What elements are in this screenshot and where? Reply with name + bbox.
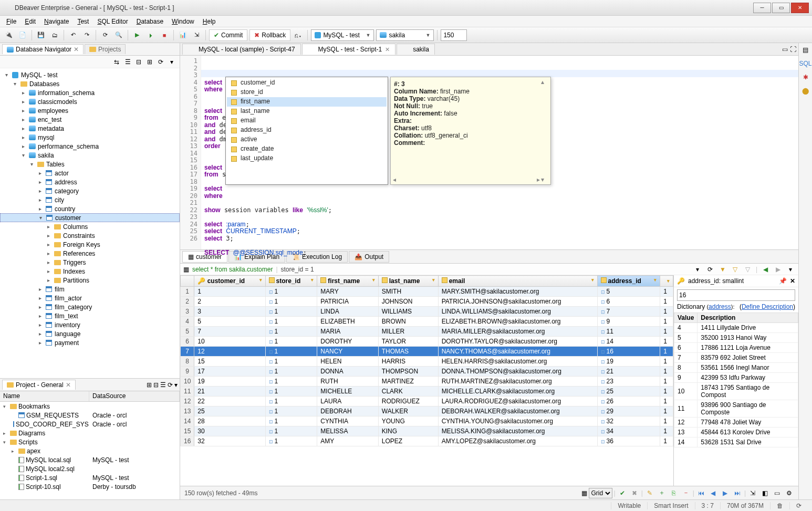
- link-icon[interactable]: ⇆: [112, 57, 121, 67]
- tree-node-databases[interactable]: ▾Databases: [0, 79, 180, 88]
- delete-row-icon[interactable]: －: [681, 488, 691, 498]
- menu-navigate[interactable]: Navigate: [41, 17, 72, 26]
- autocomplete-item[interactable]: customer_id: [227, 78, 387, 88]
- tree-node-metadata[interactable]: ▸metadata: [0, 124, 180, 133]
- outline-icon[interactable]: ▤: [801, 45, 810, 55]
- dict-col-value[interactable]: Value: [674, 313, 698, 323]
- tree-node-film-text[interactable]: ▸film_text: [0, 311, 180, 320]
- export-icon[interactable]: ⇲: [747, 488, 758, 498]
- define-description-link[interactable]: Define Description: [742, 303, 793, 310]
- column-header-store_id[interactable]: store_id ▾: [265, 276, 317, 287]
- project-row-apex[interactable]: ▸apex: [0, 446, 180, 455]
- data-row[interactable]: 1325⊡1DEBORAHWALKERDEBORAH.WALKER@sakila…: [181, 406, 673, 416]
- column-header-customer_id[interactable]: 🔑 customer_id ▾: [194, 276, 265, 287]
- filter-yellow-icon[interactable]: ▼: [718, 265, 727, 274]
- schema-combo[interactable]: sakila▼: [376, 29, 434, 41]
- data-row[interactable]: 22⊡1PATRICIAJOHNSONPATRICIA.JOHNSON@saki…: [181, 297, 673, 307]
- search-icon[interactable]: 🔍: [113, 29, 124, 41]
- data-row[interactable]: 1019⊡1RUTHMARTINEZRUTH.MARTINEZ@sakilacu…: [181, 377, 673, 387]
- col-datasource[interactable]: DataSource: [89, 391, 180, 401]
- prev-icon[interactable]: ◀: [761, 265, 770, 274]
- filter-off-icon[interactable]: ▽: [743, 265, 753, 274]
- dict-row[interactable]: 1193896 900 Santiago de Composte: [674, 400, 798, 418]
- stop-icon[interactable]: ■: [159, 29, 170, 41]
- data-row[interactable]: 33⊡1LINDAWILLIAMSLINDA.WILLIAMS@sakilacu…: [181, 307, 673, 317]
- tx-mode-icon[interactable]: ⎌▾: [293, 29, 304, 41]
- tree-node-mysql---test[interactable]: ▾MySQL - test: [0, 70, 180, 79]
- new-script-icon[interactable]: 📄: [17, 29, 28, 41]
- autocomplete-item[interactable]: last_name: [227, 107, 387, 116]
- close-icon[interactable]: ✕: [74, 46, 79, 53]
- autocomplete-item[interactable]: active: [227, 135, 387, 144]
- data-row[interactable]: 11⊡1MARYSMITHMARY.SMITH@sakilacustomer.o…: [181, 287, 673, 297]
- dict-row[interactable]: 1018743 1795 Santiago de Compost: [674, 383, 798, 400]
- run-script-icon[interactable]: ⏵: [145, 29, 157, 41]
- first-icon[interactable]: ⏮: [696, 488, 706, 498]
- prev-icon[interactable]: ◀: [708, 488, 719, 498]
- accept-icon[interactable]: ✔: [617, 488, 628, 498]
- row-limit-input[interactable]: [441, 29, 467, 41]
- proj-btn2-icon[interactable]: ⊟: [153, 381, 159, 389]
- proj-btn4-icon[interactable]: ⟳: [168, 381, 173, 389]
- copy-row-icon[interactable]: ⎘: [669, 488, 679, 498]
- dictionary-link[interactable]: address: [709, 303, 731, 310]
- tree-node-sakila[interactable]: ▾sakila: [0, 151, 180, 160]
- autocomplete-item[interactable]: create_date: [227, 144, 387, 154]
- project-row-gsm-requests[interactable]: GSM_REQUESTSOracle - orcl: [0, 411, 180, 420]
- tree-node-constraints[interactable]: ▸Constraints: [0, 231, 180, 240]
- tab-projects[interactable]: Projects: [85, 44, 126, 54]
- rollback-button[interactable]: ✖Rollback: [249, 29, 290, 41]
- tree-node-film[interactable]: ▸film: [0, 285, 180, 294]
- tree-node-address[interactable]: ▸address: [0, 178, 180, 186]
- refresh-icon[interactable]: ⟳: [705, 265, 715, 274]
- add-row-icon[interactable]: ＋: [657, 488, 667, 498]
- data-row[interactable]: 610⊡1DOROTHYTAYLORDOROTHY.TAYLOR@sakilac…: [181, 337, 673, 347]
- help-icon[interactable]: ✱: [801, 72, 810, 82]
- gc-icon[interactable]: 🗑: [770, 502, 789, 509]
- filter-clear-icon[interactable]: ▽: [731, 265, 740, 274]
- tree-node-foreign-keys[interactable]: ▸Foreign Keys: [0, 240, 180, 249]
- tree-node-classicmodels[interactable]: ▸classicmodels: [0, 97, 180, 106]
- data-row[interactable]: 1121⊡1MICHELLECLARKMICHELLE.CLARK@sakila…: [181, 387, 673, 397]
- dict-row[interactable]: 1453628 1531 Sal Drive: [674, 437, 798, 447]
- tree-node-language[interactable]: ▸language: [0, 329, 180, 338]
- record-icon[interactable]: ▭: [772, 488, 782, 498]
- filter-text[interactable]: store_id = 1: [281, 266, 314, 273]
- menu-edit[interactable]: Edit: [22, 17, 39, 26]
- redo-icon[interactable]: ↷: [81, 29, 92, 41]
- panels-icon[interactable]: ◧: [759, 488, 770, 498]
- next-icon[interactable]: ▶: [720, 488, 731, 498]
- data-row[interactable]: 815⊡1HELENHARRISHELEN.HARRIS@sakilacusto…: [181, 357, 673, 367]
- next-icon[interactable]: ▶: [773, 265, 783, 274]
- filter-drop-icon[interactable]: ▾: [693, 265, 702, 274]
- code-area[interactable]: select * from sakila.customer where sele…: [201, 56, 798, 249]
- maximize-button[interactable]: ▭: [772, 3, 790, 13]
- project-row-sdo-coord-ref-sys[interactable]: SDO_COORD_REF_SYSOracle - orcl: [0, 420, 180, 429]
- data-row[interactable]: 712⊡1NANCYTHOMASNANCY.THOMAS@sakilacusto…: [181, 347, 673, 357]
- maximize-view-icon[interactable]: ⛶: [790, 46, 796, 53]
- refresh-icon[interactable]: ⟳: [99, 29, 111, 41]
- tree-node-customer[interactable]: ▾customer: [0, 213, 180, 222]
- updates-icon[interactable]: ⟳: [789, 502, 808, 509]
- edit-icon[interactable]: ✎: [644, 488, 655, 498]
- project-row-script-10-sql[interactable]: Script-10.sqlDerby - toursdb: [0, 482, 180, 491]
- tree-node-city[interactable]: ▸city: [0, 195, 180, 204]
- project-row-diagrams[interactable]: ▸Diagrams: [0, 429, 180, 437]
- save-icon[interactable]: 💾: [35, 29, 47, 41]
- project-row-mysql-local2-sql[interactable]: MySQL local2.sql: [0, 464, 180, 473]
- dict-row[interactable]: 41411 Lillydale Drive: [674, 323, 798, 333]
- column-header-email[interactable]: email ▾: [438, 276, 597, 287]
- new-connection-icon[interactable]: 🔌: [3, 29, 15, 41]
- connection-combo[interactable]: MySQL - test▼: [311, 29, 374, 41]
- column-header-extra[interactable]: ▾: [660, 276, 673, 287]
- tree-node-inventory[interactable]: ▸inventory: [0, 320, 180, 329]
- autocomplete-item[interactable]: email: [227, 116, 387, 126]
- menu-file[interactable]: File: [3, 17, 19, 26]
- col-name[interactable]: Name: [0, 391, 89, 401]
- tab-project[interactable]: Project - General✕: [2, 380, 76, 390]
- grid-mode-select[interactable]: Grid: [589, 488, 612, 498]
- project-row-mysql-local-sql[interactable]: MySQL local.sqlMySQL - test: [0, 455, 180, 464]
- proj-menu-icon[interactable]: ▾: [174, 381, 178, 389]
- tree-node-payment[interactable]: ▸payment: [0, 338, 180, 347]
- autocomplete-item[interactable]: address_id: [227, 126, 387, 135]
